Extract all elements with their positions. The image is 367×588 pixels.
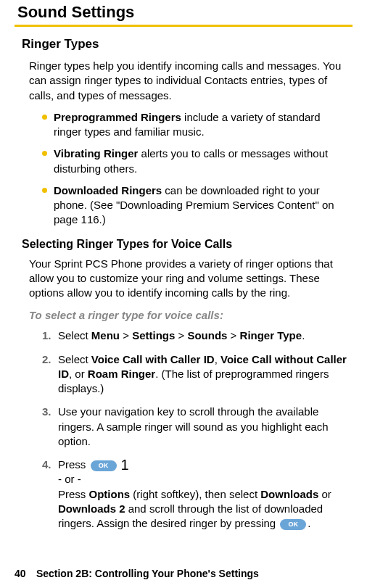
bullet-list: Preprogrammed Ringers include a variety …	[42, 110, 347, 228]
ok-icon: OK	[91, 460, 117, 471]
step-text-lead: Select	[58, 329, 91, 341]
sep: >	[120, 329, 132, 341]
step-text: (right softkey), then select	[130, 488, 260, 500]
instruction-line: To select a ringer type for voice calls:	[29, 309, 347, 321]
intro-paragraph: Ringer types help you identify incoming …	[29, 59, 347, 103]
bullet-term: Vibrating Ringer	[54, 147, 138, 160]
title-rule	[15, 25, 352, 27]
step-3: 3. Use your navigation key to scroll thr…	[42, 405, 347, 449]
step-text-press: Press	[58, 458, 89, 471]
bullet-term: Downloaded Ringers	[54, 184, 162, 196]
option-c: Roam Ringer	[88, 368, 155, 380]
sep: , or	[69, 368, 88, 380]
page-footer: 40 Section 2B: Controlling Your Phone's …	[0, 568, 367, 588]
options-softkey: Options	[89, 488, 131, 500]
page-number: 40	[15, 568, 33, 579]
step-text: or	[318, 488, 331, 500]
subsection-heading: Selecting Ringer Types for Voice Calls	[22, 238, 352, 251]
step-text: Press	[58, 488, 89, 500]
step-text-lead: Select	[58, 353, 91, 365]
menu-path-sounds: Sounds	[187, 329, 227, 341]
step-text: Use your navigation key to scroll throug…	[58, 405, 329, 447]
ok-icon: OK	[280, 519, 306, 530]
numbered-list: 1. Select Menu > Settings > Sounds > Rin…	[42, 328, 347, 531]
section-heading: Ringer Types	[22, 37, 352, 51]
sep: ,	[215, 353, 220, 365]
page-title: Sound Settings	[15, 3, 352, 22]
step-4: 4. Press OK1 - or - Press Options (right…	[42, 457, 347, 531]
sep: >	[227, 329, 239, 341]
sep: >	[175, 329, 187, 341]
tail: .	[302, 329, 305, 341]
step-1: 1. Select Menu > Settings > Sounds > Rin…	[42, 328, 347, 343]
tail: .	[308, 517, 310, 529]
downloads-option: Downloads	[260, 488, 318, 500]
bullet-term: Preprogrammed Ringers	[54, 111, 181, 123]
downloads2-option: Downloads 2	[58, 502, 125, 515]
step-number: 3.	[42, 405, 51, 419]
subsection-paragraph: Your Sprint PCS Phone provides a variety…	[29, 257, 347, 301]
or-separator: - or -	[58, 473, 81, 485]
menu-path-menu: Menu	[91, 329, 120, 341]
bullet-item: Preprogrammed Ringers include a variety …	[42, 110, 347, 140]
menu-path-settings: Settings	[132, 329, 175, 341]
bullet-item: Downloaded Ringers can be downloaded rig…	[42, 183, 347, 228]
menu-path-ringer-type: Ringer Type	[240, 329, 302, 341]
option-a: Voice Call with Caller ID	[91, 353, 215, 365]
step-2: 2. Select Voice Call with Caller ID, Voi…	[42, 352, 347, 397]
footer-section-label: Section 2B: Controlling Your Phone's Set…	[36, 568, 259, 579]
footnote-marker: 1	[121, 457, 129, 473]
step-number: 2.	[42, 352, 51, 367]
document-page: Sound Settings Ringer Types Ringer types…	[0, 0, 367, 588]
bullet-item: Vibrating Ringer alerts you to calls or …	[42, 146, 347, 176]
step-number: 1.	[42, 328, 51, 343]
step-number: 4.	[42, 457, 51, 472]
